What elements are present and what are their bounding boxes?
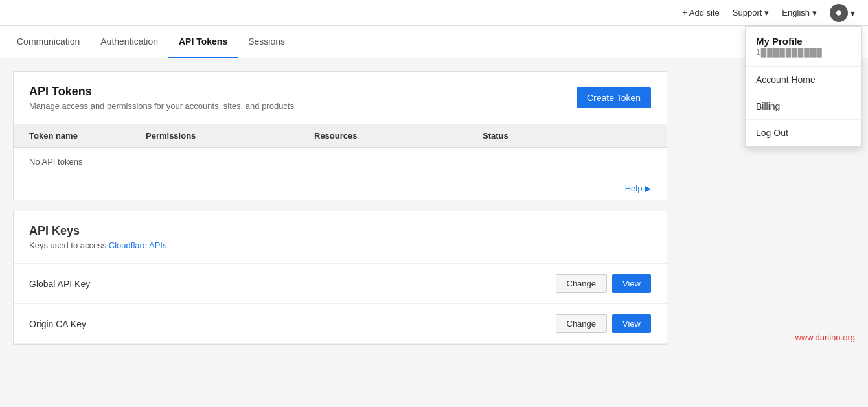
tab-authentication[interactable]: Authentication — [90, 26, 168, 58]
api-tokens-section: API Tokens Manage access and permissions… — [13, 71, 667, 200]
dropdown-profile: My Profile 1██████████ — [746, 27, 861, 67]
topbar: + Add site Support ▾ English ▾ ● ▾ — [0, 0, 868, 26]
th-resources: Resources — [314, 131, 483, 141]
main-content: API Tokens Manage access and permissions… — [0, 58, 680, 368]
origin-ca-key-row: Origin CA Key Change View — [14, 304, 667, 344]
cloudflare-link[interactable]: Cloudflare APIs — [109, 240, 167, 250]
origin-ca-key-actions: Change View — [556, 314, 652, 333]
add-site-link[interactable]: + Add site — [682, 8, 719, 17]
dropdown-billing[interactable]: Billing — [746, 93, 861, 120]
user-dropdown-menu: My Profile 1██████████ Account Home Bill… — [745, 26, 862, 147]
language-chevron: ▾ — [812, 8, 817, 17]
api-keys-header: API Keys Keys used to access Cloudflare … — [14, 211, 667, 264]
global-api-key-row: Global API Key Change View — [14, 264, 667, 304]
language-dropdown[interactable]: English ▾ — [782, 8, 817, 17]
origin-ca-key-view-button[interactable]: View — [612, 314, 651, 333]
api-tokens-empty-row: No API tokens — [14, 148, 667, 176]
dropdown-log-out[interactable]: Log Out — [746, 120, 861, 146]
th-token-name: Token name — [29, 131, 146, 141]
api-tokens-description: Manage access and permissions for your a… — [29, 101, 294, 111]
user-chevron: ▾ — [851, 8, 855, 18]
global-api-key-change-button[interactable]: Change — [556, 274, 608, 293]
global-api-key-label: Global API Key — [29, 279, 90, 289]
help-link[interactable]: Help ▶ — [625, 183, 651, 193]
dropdown-account-home[interactable]: Account Home — [746, 67, 861, 93]
api-tokens-title: API Tokens — [29, 85, 294, 99]
api-tokens-header-left: API Tokens Manage access and permissions… — [29, 85, 294, 111]
origin-ca-key-label: Origin CA Key — [29, 319, 86, 329]
global-api-key-view-button[interactable]: View — [612, 274, 651, 293]
support-label: Support — [733, 8, 762, 17]
api-tokens-footer: Help ▶ — [14, 176, 667, 200]
api-keys-description: Keys used to access Cloudflare APIs. — [29, 240, 651, 250]
api-keys-section: API Keys Keys used to access Cloudflare … — [13, 211, 667, 345]
support-dropdown[interactable]: Support ▾ — [733, 8, 770, 17]
api-tokens-header: API Tokens Manage access and permissions… — [14, 72, 667, 124]
dropdown-profile-email: 1██████████ — [756, 48, 851, 57]
api-tokens-table-header: Token name Permissions Resources Status — [14, 124, 667, 148]
support-chevron: ▾ — [764, 8, 769, 17]
origin-ca-key-change-button[interactable]: Change — [556, 314, 608, 333]
nav-tabs: Communication Authentication API Tokens … — [0, 26, 868, 58]
user-menu-trigger[interactable]: ● ▾ — [830, 4, 855, 22]
th-permissions: Permissions — [146, 131, 314, 141]
api-keys-desc-prefix: Keys used to access — [29, 240, 109, 250]
th-status: Status — [483, 131, 651, 141]
tab-sessions[interactable]: Sessions — [238, 26, 295, 58]
global-api-key-actions: Change View — [556, 274, 652, 293]
tab-communication[interactable]: Communication — [6, 26, 90, 58]
watermark: www.daniao.org — [795, 332, 856, 342]
tab-api-tokens[interactable]: API Tokens — [168, 26, 238, 58]
language-label: English — [782, 8, 810, 17]
avatar: ● — [830, 4, 848, 22]
create-token-button[interactable]: Create Token — [577, 87, 651, 108]
api-keys-title: API Keys — [29, 224, 651, 238]
dropdown-profile-name: My Profile — [756, 36, 851, 47]
api-keys-desc-suffix: . — [166, 240, 169, 250]
